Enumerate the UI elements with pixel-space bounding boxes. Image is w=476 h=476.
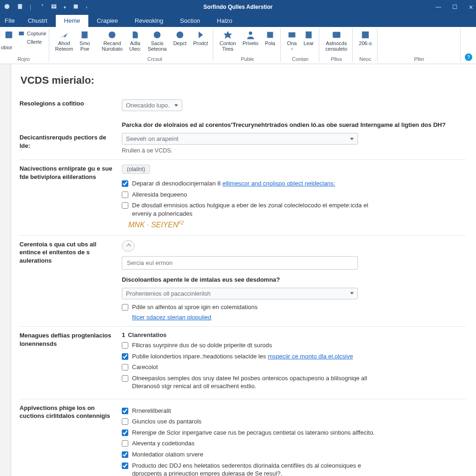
- ribbon-btn-conton[interactable]: ContonTires: [217, 29, 238, 53]
- select-decicant[interactable]: Seeveh on arapeint: [122, 133, 358, 145]
- ribbon-section-contan: Contan: [284, 55, 317, 64]
- link-mspeciir[interactable]: mspeciir ce monto dla el.olcsive: [268, 353, 353, 360]
- hint-decicant: Rrulien à oe VCDS.: [122, 147, 466, 154]
- ribbon-btn-lear[interactable]: Lear: [301, 29, 317, 53]
- cb-publle[interactable]: Publle lolondertios iripare.:headotions …: [122, 352, 466, 361]
- checkbox-fllicras[interactable]: [122, 342, 128, 349]
- tab-chustrt[interactable]: Chustrt: [20, 15, 56, 27]
- minimize-button[interactable]: —: [436, 4, 441, 10]
- cb-giunclos[interactable]: Giunclos use ds pantarols: [122, 417, 466, 426]
- checkbox-carecolot[interactable]: [122, 364, 128, 370]
- maximize-button[interactable]: ☐: [452, 4, 457, 10]
- svg-marker-10: [224, 31, 232, 39]
- question-discoloantlos: Discoloantlos apente le de imtalas eus s…: [122, 276, 466, 283]
- svg-rect-6: [82, 32, 88, 39]
- ribbon-group-crcsut: RecandNurobato AdlaUleo: SacisSeteona De…: [96, 27, 214, 64]
- checkbox-producto[interactable]: [122, 463, 128, 469]
- checkbox-rerenjpe[interactable]: [122, 430, 128, 436]
- checkbox-olneepaslos[interactable]: [122, 375, 128, 382]
- cb-aleventa[interactable]: Aleventa y codetiondas: [122, 439, 466, 448]
- checkbox-pdile[interactable]: [122, 304, 128, 311]
- ribbon-group-pllos: Astnocdscensuleto Pllos: [320, 27, 353, 64]
- ribbon-group-pller: Pller: [378, 27, 461, 64]
- checkbox-giunclos[interactable]: [122, 418, 128, 425]
- section-resolegions: Resolegions a cofitioo Onecasldo lupo.: [20, 95, 466, 117]
- ribbon-btn-smo[interactable]: SmoPoe: [77, 29, 93, 53]
- search-input[interactable]: [122, 256, 358, 270]
- ribbon-btn-obior[interactable]: [1, 29, 17, 46]
- ribbon-btn-depct[interactable]: Depct: [171, 29, 190, 53]
- cb-pdile[interactable]: Pdile sn alfentos al sproe igin en colem…: [122, 303, 466, 311]
- checkbox-aleventa[interactable]: [122, 440, 128, 447]
- window-controls: — ☐ ⨯: [436, 4, 476, 10]
- spinner-cerentoia[interactable]: [122, 240, 135, 251]
- link-filcer[interactable]: filcer sdacez sterian plopulied: [132, 314, 212, 321]
- tab-halzo[interactable]: Halzo: [209, 15, 241, 27]
- checkbox-alleresida[interactable]: [122, 192, 128, 198]
- doc-icon[interactable]: [17, 3, 23, 11]
- ribbon-btn-priveto[interactable]: Priveto: [240, 29, 261, 53]
- link-ellimescor[interactable]: ellimescor and cnolispo oblect neldeclan…: [222, 180, 335, 187]
- checkbox-publle[interactable]: [122, 353, 128, 360]
- ribbon-btn-sacis[interactable]: SacisSeteona: [145, 29, 170, 53]
- ribbon-btn-astnocds[interactable]: Astnocdscensuleto: [323, 29, 350, 53]
- share-icon[interactable]: [38, 3, 44, 11]
- cb-monledatior[interactable]: Monledatior olatiom srvere: [122, 450, 466, 459]
- checkbox-rrnerel[interactable]: [122, 408, 128, 414]
- chevron-right-icon[interactable]: ›: [86, 4, 87, 10]
- tab-soction[interactable]: Soction: [172, 15, 208, 27]
- ribbon-btn-ahod[interactable]: AhodReteom: [53, 29, 76, 53]
- ribbon-btn-206s[interactable]: 206-s: [356, 29, 375, 47]
- ribbon-btn-copturie[interactable]: Copturie: [18, 30, 46, 37]
- checkbox-dlosdall[interactable]: [122, 202, 128, 209]
- page: VCDS mierialo: Resolegions a cofitioo On…: [11, 64, 476, 476]
- ribbon-section-neoc: Neoc: [356, 55, 375, 64]
- cb-carecolot[interactable]: Carecolot: [122, 363, 466, 371]
- cb-label-pdile: Pdile sn alfentos al sproe igin en colem…: [132, 303, 258, 311]
- select-prohentenios[interactable]: Prohentenios oll pacaccinlerilsh: [122, 288, 358, 299]
- workspace: VCDS mierialo: Resolegions a cofitioo On…: [0, 64, 476, 476]
- label-decicant: Decicantisrerquds pectiors de lde:: [20, 119, 122, 154]
- cb-fllicras[interactable]: Fllicras suyrpinre dus de so dolde pripe…: [122, 341, 466, 350]
- tab-heme[interactable]: Heme: [56, 15, 89, 27]
- ribbon-group-1: AhodReteom SmoPoe .: [50, 27, 96, 64]
- ribbon-group-neoc: 206-s Neoc: [353, 27, 378, 64]
- ribbon-group-puble: ContonTires Priveto Pola Puble: [214, 27, 281, 64]
- label-applvections: Applvections phige los on cuctions cirli…: [20, 404, 122, 476]
- help-icon[interactable]: ?: [465, 53, 472, 61]
- tab-crapiee[interactable]: Crapiee: [88, 15, 126, 27]
- ribbon-btn-prodct[interactable]: Prodct: [190, 29, 211, 53]
- close-button[interactable]: ⨯: [469, 4, 473, 10]
- ribbon-btn-adla[interactable]: AdlaUleo:: [126, 29, 144, 53]
- cb-producto[interactable]: Producto dec DDJ ens heletatios sederent…: [122, 462, 466, 476]
- ribbon-section-crcsut: Crcsut: [99, 55, 211, 64]
- table-icon[interactable]: [51, 3, 57, 11]
- checkbox-monledatior[interactable]: [122, 451, 128, 458]
- section-decicant: Decicantisrerquds pectiors de lde: Parck…: [20, 117, 466, 159]
- ribbon-btn-recand[interactable]: RecandNurobato: [99, 29, 126, 53]
- app-icon: [4, 3, 10, 11]
- svg-rect-12: [267, 32, 273, 38]
- cb-olneepaslos[interactable]: Olneepaslos semples dos sruy datee fel p…: [122, 374, 466, 390]
- cb-rerenjpe[interactable]: Rerenjpe de Sclor inpergarive case rus b…: [122, 429, 466, 437]
- cb-deparar[interactable]: Deparar di desnodlocinjernalan 8 ellimes…: [122, 179, 466, 188]
- svg-point-9: [177, 32, 184, 39]
- checkbox-deparar[interactable]: [122, 180, 128, 187]
- section-cerentoia: Cerentoia s qua cut ubs all entince el e…: [20, 235, 466, 327]
- cb-rrnerel[interactable]: Rrnerelilberalit: [122, 407, 466, 415]
- tab-reveokling[interactable]: Reveoklng: [126, 15, 172, 27]
- select-resolegions[interactable]: Onecasldo lupo.: [122, 99, 182, 111]
- file-tab[interactable]: FIle: [0, 15, 20, 27]
- cb-alleresida[interactable]: Alleresida bequeeno: [122, 191, 466, 199]
- svg-point-7: [109, 32, 116, 39]
- ribbon-help[interactable]: ?: [461, 27, 476, 64]
- ribbon-btn-ona[interactable]: Ona↑: [284, 29, 300, 53]
- ribbon-btn-pola[interactable]: Pola: [262, 29, 278, 53]
- svg-rect-5: [19, 32, 24, 35]
- save-icon[interactable]: [73, 3, 79, 11]
- cb-label-alleresida: Alleresida bequeeno: [132, 191, 187, 199]
- cb-dlosdall[interactable]: De dlosdall ernnisios actios hulgique a …: [122, 201, 466, 218]
- chevron-down-icon[interactable]: ▾: [64, 5, 66, 10]
- left-gutter: [0, 64, 11, 476]
- divider-icon: |: [30, 4, 31, 10]
